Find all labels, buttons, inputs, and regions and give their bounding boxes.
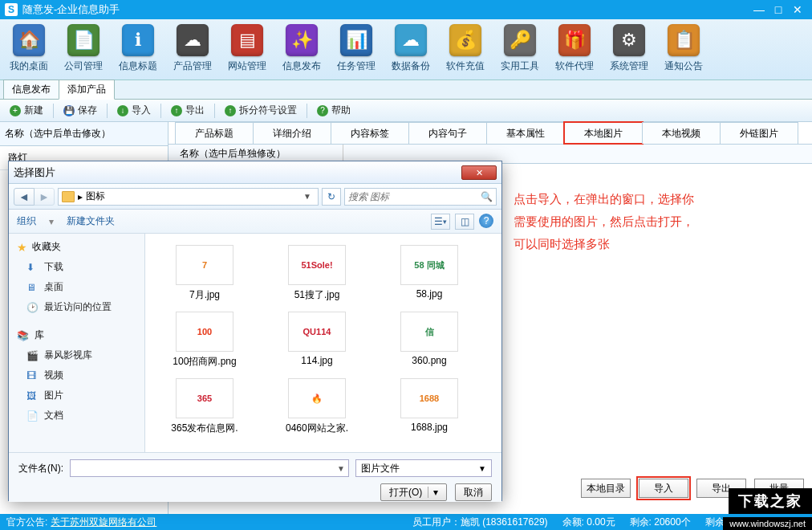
toolbar-item-5[interactable]: ✨信息发布 [276,24,327,80]
nav-fwd-button[interactable]: ► [34,188,55,206]
toolbar-item-6[interactable]: 📊任务管理 [331,24,382,80]
path-crumb[interactable]: 图标 [86,190,105,203]
file-thumbnail: 58 同城 [400,245,458,285]
file-item[interactable]: 51Sole!51搜了.jpg [261,240,373,307]
view-mode-button[interactable]: ☰ ▾ [431,214,450,230]
nav-back-button[interactable]: ◄ [14,188,35,206]
import-button[interactable]: ↓导入 [112,102,156,119]
category-tab-4[interactable]: 基本属性 [486,122,565,144]
organize-button[interactable]: 组织 [17,214,36,228]
toolbar-item-8[interactable]: 💰软件充值 [440,24,491,80]
export-button[interactable]: ↑导出 [166,102,209,119]
help-button[interactable]: ?帮助 [312,102,355,119]
file-item[interactable]: 100100招商网.png [148,307,261,373]
category-tab-0[interactable]: 产品标题 [175,122,254,144]
file-name: 58.jpg [416,288,443,300]
file-tab-0[interactable]: 信息发布 [3,80,59,99]
file-thumbnail: 51Sole! [288,245,346,285]
toolbar-item-10[interactable]: 🎁软件代理 [549,24,600,80]
toolbar-item-7[interactable]: ☁数据备份 [385,24,436,80]
preview-pane-button[interactable]: ◫ [455,214,474,230]
refresh-button[interactable]: ↻ [322,188,341,206]
toolbar-item-0[interactable]: 🏠我的桌面 [3,24,55,80]
category-tab-6[interactable]: 本地视频 [642,122,721,144]
toolbar-label: 通知公告 [664,59,703,73]
category-tab-1[interactable]: 详细介绍 [253,122,331,144]
category-tab-3[interactable]: 内容句子 [408,122,487,144]
toolbar-label: 软件代理 [555,59,594,73]
filename-input[interactable]: ▼ [70,459,349,477]
dialog-close-button[interactable]: ✕ [461,165,497,180]
category-tab-5[interactable]: 本地图片 [564,122,643,144]
sidebar-item-documents[interactable]: 📄文档 [9,406,144,426]
video-lib-icon: 🎬 [26,350,39,361]
action-button-0[interactable]: 本地目录 [581,479,631,498]
status-link[interactable]: 关于苏州双旋网络有公司 [51,516,156,529]
file-item[interactable]: QU114114.jpg [261,307,373,373]
file-item[interactable]: 🔥0460网站之家. [261,373,373,440]
filename-label: 文件名(N): [18,462,63,475]
app-logo: S [5,3,18,16]
new-button[interactable]: +新建 [5,102,48,119]
search-input[interactable] [348,191,481,202]
new-folder-button[interactable]: 新建文件夹 [67,214,115,228]
file-item[interactable]: 365365发布信息网. [148,373,261,440]
split-settings-button[interactable]: ↑拆分符号设置 [220,102,302,119]
toolbar-item-11[interactable]: ⚙系统管理 [603,24,655,80]
file-item[interactable]: 77月.jpg [148,240,261,307]
category-tab-7[interactable]: 外链图片 [720,122,798,144]
file-name: 1688.jpg [411,422,448,433]
save-button[interactable]: 💾保存 [59,102,102,119]
sidebar-item-video[interactable]: 🎞视频 [9,365,144,385]
sidebar-item-pictures[interactable]: 🖼图片 [9,385,144,406]
library-icon: 📚 [17,330,30,341]
close-button[interactable]: ✕ [788,3,807,16]
file-name: 7月.jpg [189,288,220,302]
file-item[interactable]: 16881688.jpg [373,373,485,440]
toolbar-item-12[interactable]: 📋通知公告 [658,24,709,80]
sidebar-item-downloads[interactable]: ⬇下载 [9,257,144,277]
maximize-button[interactable]: □ [769,3,788,16]
file-item[interactable]: 58 同城58.jpg [373,240,485,307]
toolbar-label: 信息发布 [282,59,321,73]
file-dialog: 选择图片 ✕ ◄ ► ▸ 图标 ▼ ↻ 🔍 组织 ▾ 新建文件夹 ☰ ▾ ◫ ?… [8,161,502,501]
toolbar-item-9[interactable]: 🔑实用工具 [494,24,546,80]
sidebar-favorites[interactable]: ★收藏夹 [9,237,144,257]
toolbar-icon: ☁ [395,24,427,56]
search-bar[interactable]: 🔍 [344,188,497,206]
category-tab-2[interactable]: 内容标签 [331,122,409,144]
filetype-select[interactable]: 图片文件▼ [355,459,492,477]
main-toolbar: 🏠我的桌面📄公司管理ℹ信息标题☁产品管理▤网站管理✨信息发布📊任务管理☁数据备份… [0,19,812,80]
status-user: 员工用户：施凯 (18361617629) [412,516,548,529]
toolbar-icon: 📊 [340,24,372,56]
dialog-sidebar: ★收藏夹 ⬇下载 🖥桌面 🕑最近访问的位置 📚库 🎬暴风影视库 🎞视频 🖼图片 … [9,234,145,452]
sidebar-item-desktop[interactable]: 🖥桌面 [9,277,144,297]
sidebar-item-bf[interactable]: 🎬暴风影视库 [9,345,144,365]
action-button-1[interactable]: 导入 [639,479,688,498]
file-item[interactable]: 信360.png [373,307,485,373]
file-tab-1[interactable]: 添加产品 [59,80,115,100]
toolbar-icon: 💰 [449,24,481,56]
cancel-button[interactable]: 取消 [455,483,492,501]
toolbar-item-2[interactable]: ℹ信息标题 [112,24,164,80]
sidebar-item-recent[interactable]: 🕑最近访问的位置 [9,297,144,317]
dialog-title: 选择图片 [14,165,461,180]
help-icon[interactable]: ? [479,214,493,228]
open-button[interactable]: 打开(O) ▾ [380,483,447,501]
file-thumbnail: 信 [400,312,458,352]
toolbar-item-3[interactable]: ☁产品管理 [167,24,218,80]
file-name: 0460网站之家. [286,422,348,435]
status-balance: 余额: 0.00元 [562,516,615,529]
path-bar[interactable]: ▸ 图标 ▼ [58,188,319,206]
toolbar-item-1[interactable]: 📄公司管理 [58,24,109,80]
path-dropdown-icon[interactable]: ▼ [300,192,315,201]
minimize-button[interactable]: — [749,3,769,16]
help-text: 点击导入，在弹出的窗口，选择你 需要使用的图片，然后点击打开， 可以同时选择多张 [514,164,812,255]
toolbar-item-4[interactable]: ▤网站管理 [221,24,273,80]
toolbar-icon: 🔑 [504,24,536,56]
dialog-body: ★收藏夹 ⬇下载 🖥桌面 🕑最近访问的位置 📚库 🎬暴风影视库 🎞视频 🖼图片 … [9,234,501,452]
sidebar-library[interactable]: 📚库 [9,325,144,345]
search-icon[interactable]: 🔍 [481,191,493,202]
toolbar-label: 系统管理 [610,59,648,73]
toolbar-icon: ✨ [286,24,318,56]
